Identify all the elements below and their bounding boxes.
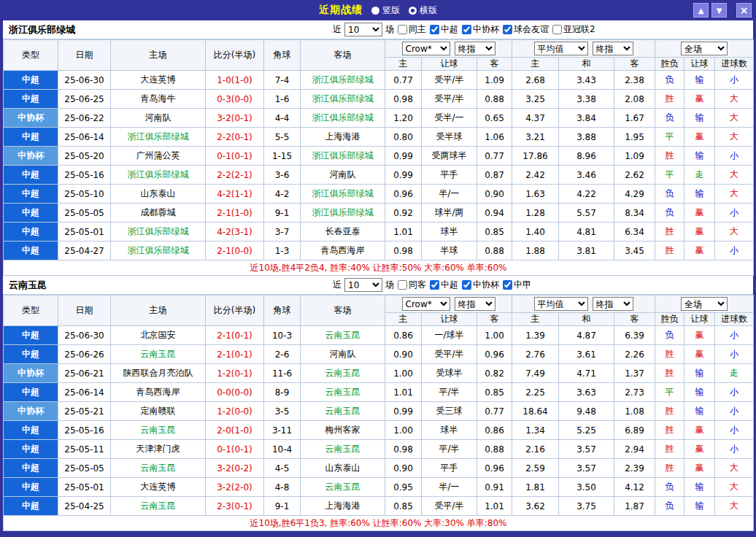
- average-select[interactable]: 平均值: [534, 297, 588, 311]
- avg-away-cell: 2.94: [614, 440, 655, 459]
- score-cell: 2-1(0-1): [206, 326, 264, 345]
- close-button[interactable]: ×: [736, 3, 752, 18]
- odds-home-cell: 0.90: [385, 459, 422, 478]
- goals-result-cell: 大: [715, 166, 754, 185]
- date-cell: 25-05-05: [58, 204, 111, 223]
- handicap-cell: 受半/一: [422, 109, 477, 128]
- avg-away-cell: 2.73: [614, 383, 655, 402]
- handicap-cell: 受平/半: [422, 497, 477, 516]
- date-cell: 25-04-27: [58, 242, 111, 260]
- scroll-down-button[interactable]: ▼: [711, 3, 727, 18]
- result-cell: 负: [655, 185, 684, 204]
- filter-checkbox[interactable]: [430, 280, 439, 290]
- handicap-result-cell: 输: [684, 71, 715, 90]
- avg-away-cell: 4.29: [614, 185, 655, 204]
- odds-away-cell: 0.96: [477, 345, 512, 364]
- subcol-result: 胜负: [655, 313, 684, 326]
- filter-checkbox[interactable]: [503, 280, 512, 290]
- score-cell: 2-2(2-1): [206, 166, 264, 185]
- filter-checkbox[interactable]: [462, 280, 471, 290]
- odds-away-cell: 1.09: [477, 71, 512, 90]
- date-cell: 25-05-16: [58, 166, 111, 185]
- odds-home-cell: 0.80: [385, 128, 422, 147]
- filter-checkbox[interactable]: [552, 25, 562, 34]
- match-row: 中超25-05-16浙江俱乐部绿城2-2(2-1)3-6河南队0.99平手0.8…: [4, 166, 754, 185]
- corner-cell: 7-4: [264, 71, 301, 90]
- filter-option[interactable]: 中协杯: [462, 23, 499, 36]
- away-team-cell: 云南玉昆: [301, 478, 385, 497]
- goals-result-cell: 小: [715, 204, 754, 223]
- filter-option[interactable]: 中甲: [503, 279, 531, 291]
- avg-away-cell: 6.89: [614, 421, 655, 440]
- filter-checkbox[interactable]: [398, 25, 407, 34]
- filter-option[interactable]: 亚冠联2: [552, 23, 595, 36]
- subcol-avg-draw: 和: [559, 313, 614, 326]
- score-cell: 4-2(1-1): [206, 185, 264, 204]
- subcol-avg-away: 客: [614, 58, 655, 71]
- average-odds-header: 平均值 终指: [512, 40, 655, 58]
- filter-option[interactable]: 中协杯: [462, 279, 499, 291]
- home-team-cell: 云南玉昆: [111, 497, 206, 516]
- odds-home-cell: 0.92: [385, 204, 422, 223]
- panel-title: 近期战绩: [319, 4, 363, 17]
- score-cell: 2-1(0-0): [206, 242, 264, 260]
- recent-count-select[interactable]: 10: [344, 23, 382, 36]
- league-cell: 中超: [4, 383, 58, 402]
- col-header-score: 比分(半场): [206, 295, 264, 326]
- radio-horizontal-icon[interactable]: [409, 7, 417, 15]
- result-cell: 平: [655, 383, 684, 402]
- filter-checkbox[interactable]: [503, 25, 512, 34]
- filter-label: 同客: [409, 279, 426, 291]
- scope-select[interactable]: 全场: [681, 42, 728, 55]
- filter-checkbox[interactable]: [462, 25, 471, 34]
- handicap-result-cell: 赢: [684, 242, 715, 260]
- filter-checkbox[interactable]: [398, 280, 407, 290]
- match-row: 中超25-05-01大连英博3-2(2-0)4-8云南玉昆0.95半/一0.91…: [4, 478, 754, 497]
- date-cell: 25-06-25: [58, 90, 111, 109]
- final-index-select[interactable]: 终指: [455, 42, 495, 55]
- avg-away-cell: 1.87: [614, 497, 655, 516]
- filter-option[interactable]: 同客: [398, 279, 426, 291]
- company-select[interactable]: Crow*: [402, 297, 450, 311]
- subcol-odds-away: 客: [477, 313, 512, 326]
- avg-home-cell: 7.49: [512, 364, 559, 383]
- match-row: 中超25-06-14浙江俱乐部绿城2-2(0-1)5-5上海海港0.80受半球1…: [4, 128, 754, 147]
- up-arrow-icon: ▲: [698, 7, 704, 15]
- final-index-select-2[interactable]: 终指: [593, 42, 633, 55]
- filter-option[interactable]: 同主: [398, 23, 426, 36]
- corner-cell: 3-6: [264, 166, 301, 185]
- date-cell: 25-06-14: [58, 128, 111, 147]
- avg-away-cell: 1.67: [614, 109, 655, 128]
- company-select[interactable]: Crow*: [402, 42, 450, 55]
- final-index-select-2[interactable]: 终指: [593, 297, 633, 311]
- match-row: 中协杯25-05-21定南赣联1-2(0-0)3-5云南玉昆0.99受三球0.7…: [4, 402, 754, 421]
- filter-option[interactable]: 中超: [430, 279, 458, 291]
- radio-vertical-icon[interactable]: [371, 7, 379, 15]
- avg-away-cell: 1.95: [614, 128, 655, 147]
- recent-results-panel: 近期战绩 竖版 横版 ▲ ▼ × 浙江俱乐部绿城 近 10 场 同主中超中协杯球…: [0, 0, 756, 537]
- average-select[interactable]: 平均值: [534, 42, 588, 55]
- filter-option[interactable]: 球会友谊: [503, 23, 549, 36]
- avg-draw-cell: 5.25: [559, 421, 614, 440]
- layout-option-vertical[interactable]: 竖版: [371, 4, 400, 17]
- col-header-date: 日期: [58, 295, 111, 326]
- away-team-cell: 浙江俱乐部绿城: [301, 71, 385, 90]
- final-index-select[interactable]: 终指: [455, 297, 495, 311]
- avg-home-cell: 2.68: [512, 71, 559, 90]
- score-cell: 2-2(0-1): [206, 128, 264, 147]
- layout-option-vertical-label: 竖版: [382, 4, 400, 17]
- scroll-up-button[interactable]: ▲: [693, 3, 709, 18]
- score-cell: 3-2(0-1): [206, 109, 264, 128]
- date-cell: 25-06-30: [58, 326, 111, 345]
- filter-checkbox[interactable]: [430, 25, 439, 34]
- layout-option-horizontal[interactable]: 横版: [409, 4, 437, 17]
- recent-count-select[interactable]: 10: [344, 278, 382, 292]
- handicap-result-cell: 输: [684, 109, 715, 128]
- home-team-cell: 浙江俱乐部绿城: [111, 223, 206, 242]
- scope-select[interactable]: 全场: [681, 297, 728, 311]
- summary-row: 近10场,胜6平1负3, 胜率:60% 让胜率:60% 大率:30% 单率:80…: [4, 516, 754, 531]
- team-name: 浙江俱乐部绿城: [9, 23, 75, 36]
- odds-home-cell: 1.00: [385, 421, 422, 440]
- filter-option[interactable]: 中超: [430, 23, 458, 36]
- avg-draw-cell: 3.61: [559, 345, 614, 364]
